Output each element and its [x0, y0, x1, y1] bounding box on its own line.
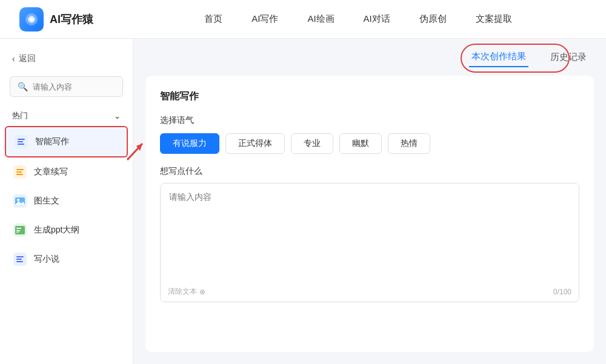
main-layout: ‹ 返回 🔍 热门 ⌄ 智能写作	[0, 39, 606, 364]
sidebar-item-label-continue: 文章续写	[34, 167, 68, 177]
section-label: 热门	[12, 110, 28, 121]
clear-text-button[interactable]: 清除文本 ⊗	[168, 286, 205, 297]
nav-ai-chat[interactable]: AI对话	[364, 11, 390, 27]
form-area: 智能写作 选择语气 有说服力 正式得体 专业 幽默 热情 想写点什么 清除文本 …	[145, 76, 594, 352]
nav-ai-draw[interactable]: AI绘画	[307, 11, 334, 27]
tone-formal[interactable]: 正式得体	[225, 133, 285, 154]
section-collapse-icon[interactable]: ⌄	[114, 111, 121, 121]
tab-history[interactable]: 历史记录	[548, 48, 589, 67]
svg-rect-20	[16, 232, 19, 233]
top-nav: AI写作猿 首页 AI写作 AI绘画 AI对话 伪原创 文案提取	[0, 0, 606, 39]
sidebar-item-smart-write[interactable]: 智能写作	[5, 126, 128, 157]
svg-rect-23	[16, 259, 22, 260]
tab-current-result[interactable]: 本次创作结果	[469, 47, 528, 67]
nav-original[interactable]: 伪原创	[419, 11, 447, 27]
back-button[interactable]: ‹ 返回	[0, 48, 133, 69]
logo-icon	[19, 7, 44, 31]
clear-text-label: 清除文本	[168, 286, 197, 297]
sidebar-item-ppt[interactable]: 生成ppt大纲	[0, 216, 133, 245]
textarea-footer: 清除文本 ⊗ 0/100	[161, 283, 579, 302]
svg-rect-22	[16, 256, 24, 257]
char-count: 0/100	[553, 288, 571, 296]
tone-persuasive[interactable]: 有说服力	[160, 133, 219, 154]
ppt-icon	[12, 222, 28, 238]
svg-rect-17	[15, 226, 25, 234]
nav-copy[interactable]: 文案提取	[476, 11, 512, 27]
sidebar-item-label-novel: 写小说	[34, 254, 59, 265]
tone-passionate[interactable]: 热情	[388, 133, 430, 154]
svg-rect-11	[16, 174, 23, 175]
nav-ai-write[interactable]: AI写作	[251, 11, 278, 27]
tab-header: 本次创作结果 历史记录	[133, 39, 606, 76]
tone-label: 选择语气	[160, 115, 579, 126]
svg-rect-24	[16, 261, 23, 262]
svg-point-1	[30, 18, 33, 21]
section-header: 热门 ⌄	[0, 107, 133, 126]
back-chevron-icon: ‹	[12, 54, 15, 64]
content-textarea[interactable]	[161, 184, 579, 280]
tone-buttons: 有说服力 正式得体 专业 幽默 热情	[160, 133, 579, 154]
svg-rect-19	[16, 230, 20, 231]
form-title: 智能写作	[160, 90, 579, 103]
search-box[interactable]: 🔍	[10, 76, 123, 97]
sidebar-item-image-to-text[interactable]: 图生文	[0, 187, 133, 216]
arrow-indicator	[124, 139, 148, 165]
search-icon: 🔍	[18, 82, 28, 91]
sidebar-item-continue-write[interactable]: 文章续写	[0, 157, 133, 187]
content-textarea-wrap: 清除文本 ⊗ 0/100	[160, 183, 579, 302]
novel-icon	[12, 251, 28, 267]
tone-professional[interactable]: 专业	[291, 133, 333, 154]
content-area: 本次创作结果 历史记录 智能写作 选择语气 有说服力 正式得体 专业 幽默 热情…	[133, 39, 606, 364]
svg-rect-9	[16, 169, 24, 170]
sidebar-item-label-ppt: 生成ppt大纲	[34, 225, 79, 236]
search-input[interactable]	[33, 82, 115, 91]
sidebar-item-novel[interactable]: 写小说	[0, 245, 133, 274]
tone-humor[interactable]: 幽默	[339, 133, 382, 154]
nav-items: 首页 AI写作 AI绘画 AI对话 伪原创 文案提取	[130, 11, 587, 27]
logo-area: AI写作猿	[19, 7, 93, 31]
svg-rect-5	[18, 144, 24, 145]
sidebar-item-label-smart-write: 智能写作	[35, 136, 69, 147]
sidebar-item-label-img-text: 图生文	[34, 196, 59, 207]
svg-rect-4	[18, 141, 23, 142]
svg-rect-18	[16, 228, 21, 229]
back-label: 返回	[19, 53, 36, 64]
smart-write-icon	[13, 134, 29, 150]
content-label: 想写点什么	[160, 166, 579, 177]
svg-rect-3	[18, 139, 25, 140]
nav-home[interactable]: 首页	[204, 11, 222, 27]
svg-point-14	[17, 199, 19, 201]
image-to-text-icon	[12, 193, 28, 209]
sidebar: ‹ 返回 🔍 热门 ⌄ 智能写作	[0, 39, 133, 364]
logo-text: AI写作猿	[50, 12, 93, 27]
clear-icon: ⊗	[199, 288, 205, 296]
continue-write-icon	[12, 164, 28, 180]
svg-rect-10	[16, 171, 22, 173]
